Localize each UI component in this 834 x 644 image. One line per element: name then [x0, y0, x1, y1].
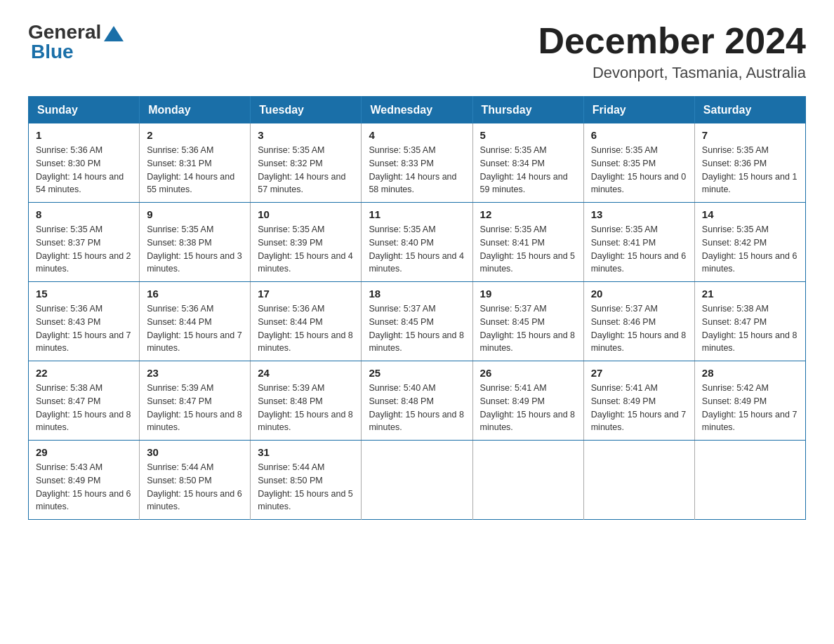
day-info: Sunrise: 5:35 AMSunset: 8:35 PMDaylight:…: [591, 145, 687, 194]
week-row-1: 1 Sunrise: 5:36 AMSunset: 8:30 PMDayligh…: [29, 123, 806, 203]
day-number: 10: [258, 208, 354, 220]
calendar-cell: 6 Sunrise: 5:35 AMSunset: 8:35 PMDayligh…: [583, 123, 694, 203]
day-number: 31: [258, 446, 354, 458]
day-number: 17: [258, 288, 354, 300]
calendar-cell: 24 Sunrise: 5:39 AMSunset: 8:48 PMDaylig…: [251, 361, 362, 441]
day-info: Sunrise: 5:35 AMSunset: 8:36 PMDaylight:…: [702, 145, 797, 194]
day-number: 20: [591, 288, 687, 300]
calendar-cell: 25 Sunrise: 5:40 AMSunset: 8:48 PMDaylig…: [362, 361, 472, 441]
weekday-header-thursday: Thursday: [472, 97, 583, 124]
day-info: Sunrise: 5:36 AMSunset: 8:44 PMDaylight:…: [147, 304, 242, 353]
day-info: Sunrise: 5:35 AMSunset: 8:38 PMDaylight:…: [147, 224, 242, 274]
calendar-cell: 31 Sunrise: 5:44 AMSunset: 8:50 PMDaylig…: [251, 441, 362, 520]
day-number: 30: [147, 446, 243, 458]
calendar-cell: 18 Sunrise: 5:37 AMSunset: 8:45 PMDaylig…: [362, 282, 472, 361]
day-number: 6: [591, 129, 687, 141]
day-info: Sunrise: 5:35 AMSunset: 8:39 PMDaylight:…: [258, 224, 353, 274]
calendar-cell: 15 Sunrise: 5:36 AMSunset: 8:43 PMDaylig…: [29, 282, 140, 361]
day-number: 8: [36, 208, 132, 220]
day-info: Sunrise: 5:37 AMSunset: 8:45 PMDaylight:…: [369, 304, 464, 353]
day-info: Sunrise: 5:41 AMSunset: 8:49 PMDaylight:…: [591, 383, 687, 432]
week-row-3: 15 Sunrise: 5:36 AMSunset: 8:43 PMDaylig…: [29, 282, 806, 361]
calendar-cell: [472, 441, 583, 520]
calendar-cell: 27 Sunrise: 5:41 AMSunset: 8:49 PMDaylig…: [583, 361, 694, 441]
day-info: Sunrise: 5:35 AMSunset: 8:42 PMDaylight:…: [702, 224, 797, 274]
day-number: 26: [480, 367, 576, 379]
calendar-cell: 26 Sunrise: 5:41 AMSunset: 8:49 PMDaylig…: [472, 361, 583, 441]
day-number: 1: [36, 129, 132, 141]
weekday-header-friday: Friday: [583, 97, 694, 124]
day-info: Sunrise: 5:35 AMSunset: 8:37 PMDaylight:…: [36, 224, 131, 274]
calendar-cell: 13 Sunrise: 5:35 AMSunset: 8:41 PMDaylig…: [583, 203, 694, 282]
day-info: Sunrise: 5:37 AMSunset: 8:46 PMDaylight:…: [591, 304, 687, 353]
calendar-cell: [362, 441, 472, 520]
day-info: Sunrise: 5:36 AMSunset: 8:43 PMDaylight:…: [36, 304, 131, 353]
day-info: Sunrise: 5:35 AMSunset: 8:32 PMDaylight:…: [258, 145, 345, 194]
calendar-cell: [694, 441, 805, 520]
day-number: 7: [702, 129, 798, 141]
day-info: Sunrise: 5:44 AMSunset: 8:50 PMDaylight:…: [258, 462, 353, 511]
day-info: Sunrise: 5:36 AMSunset: 8:30 PMDaylight:…: [36, 145, 124, 194]
day-number: 3: [258, 129, 354, 141]
day-number: 16: [147, 288, 243, 300]
day-info: Sunrise: 5:36 AMSunset: 8:31 PMDaylight:…: [147, 145, 234, 194]
day-info: Sunrise: 5:39 AMSunset: 8:47 PMDaylight:…: [147, 383, 242, 432]
calendar-cell: 20 Sunrise: 5:37 AMSunset: 8:46 PMDaylig…: [583, 282, 694, 361]
calendar-cell: 11 Sunrise: 5:35 AMSunset: 8:40 PMDaylig…: [362, 203, 472, 282]
day-number: 4: [369, 129, 465, 141]
calendar-cell: 21 Sunrise: 5:38 AMSunset: 8:47 PMDaylig…: [694, 282, 805, 361]
day-number: 5: [480, 129, 576, 141]
day-number: 11: [369, 208, 465, 220]
day-number: 18: [369, 288, 465, 300]
day-info: Sunrise: 5:36 AMSunset: 8:44 PMDaylight:…: [258, 304, 353, 353]
title-area: December 2024 Devonport, Tasmania, Austr…: [538, 21, 806, 82]
calendar-cell: 1 Sunrise: 5:36 AMSunset: 8:30 PMDayligh…: [29, 123, 140, 203]
day-number: 25: [369, 367, 465, 379]
day-info: Sunrise: 5:38 AMSunset: 8:47 PMDaylight:…: [702, 304, 797, 353]
calendar-cell: 17 Sunrise: 5:36 AMSunset: 8:44 PMDaylig…: [251, 282, 362, 361]
calendar-cell: 22 Sunrise: 5:38 AMSunset: 8:47 PMDaylig…: [29, 361, 140, 441]
weekday-header-row: SundayMondayTuesdayWednesdayThursdayFrid…: [29, 97, 806, 124]
calendar-cell: 9 Sunrise: 5:35 AMSunset: 8:38 PMDayligh…: [140, 203, 251, 282]
weekday-header-saturday: Saturday: [694, 97, 805, 124]
calendar-cell: 10 Sunrise: 5:35 AMSunset: 8:39 PMDaylig…: [251, 203, 362, 282]
calendar-table: SundayMondayTuesdayWednesdayThursdayFrid…: [28, 96, 806, 520]
calendar-cell: 12 Sunrise: 5:35 AMSunset: 8:41 PMDaylig…: [472, 203, 583, 282]
day-number: 9: [147, 208, 243, 220]
calendar-cell: 2 Sunrise: 5:36 AMSunset: 8:31 PMDayligh…: [140, 123, 251, 203]
day-info: Sunrise: 5:35 AMSunset: 8:34 PMDaylight:…: [480, 145, 568, 194]
day-info: Sunrise: 5:39 AMSunset: 8:48 PMDaylight:…: [258, 383, 353, 432]
calendar-cell: 8 Sunrise: 5:35 AMSunset: 8:37 PMDayligh…: [29, 203, 140, 282]
day-number: 24: [258, 367, 354, 379]
calendar-cell: [583, 441, 694, 520]
day-info: Sunrise: 5:35 AMSunset: 8:41 PMDaylight:…: [591, 224, 687, 274]
week-row-2: 8 Sunrise: 5:35 AMSunset: 8:37 PMDayligh…: [29, 203, 806, 282]
calendar-cell: 28 Sunrise: 5:42 AMSunset: 8:49 PMDaylig…: [694, 361, 805, 441]
day-info: Sunrise: 5:37 AMSunset: 8:45 PMDaylight:…: [480, 304, 576, 353]
weekday-header-sunday: Sunday: [29, 97, 140, 124]
calendar-cell: 5 Sunrise: 5:35 AMSunset: 8:34 PMDayligh…: [472, 123, 583, 203]
day-number: 14: [702, 208, 798, 220]
day-info: Sunrise: 5:38 AMSunset: 8:47 PMDaylight:…: [36, 383, 131, 432]
calendar-cell: 19 Sunrise: 5:37 AMSunset: 8:45 PMDaylig…: [472, 282, 583, 361]
logo-triangle-icon: [104, 26, 124, 41]
weekday-header-tuesday: Tuesday: [251, 97, 362, 124]
page-header: General Blue December 2024 Devonport, Ta…: [28, 21, 806, 82]
month-title: December 2024: [538, 21, 806, 61]
day-info: Sunrise: 5:40 AMSunset: 8:48 PMDaylight:…: [369, 383, 464, 432]
day-number: 13: [591, 208, 687, 220]
day-number: 19: [480, 288, 576, 300]
calendar-cell: 30 Sunrise: 5:44 AMSunset: 8:50 PMDaylig…: [140, 441, 251, 520]
week-row-4: 22 Sunrise: 5:38 AMSunset: 8:47 PMDaylig…: [29, 361, 806, 441]
day-number: 29: [36, 446, 132, 458]
calendar-cell: 7 Sunrise: 5:35 AMSunset: 8:36 PMDayligh…: [694, 123, 805, 203]
calendar-cell: 3 Sunrise: 5:35 AMSunset: 8:32 PMDayligh…: [251, 123, 362, 203]
day-number: 2: [147, 129, 243, 141]
day-number: 12: [480, 208, 576, 220]
day-number: 23: [147, 367, 243, 379]
calendar-cell: 14 Sunrise: 5:35 AMSunset: 8:42 PMDaylig…: [694, 203, 805, 282]
day-info: Sunrise: 5:42 AMSunset: 8:49 PMDaylight:…: [702, 383, 797, 432]
day-number: 21: [702, 288, 798, 300]
day-info: Sunrise: 5:35 AMSunset: 8:41 PMDaylight:…: [480, 224, 576, 274]
calendar-cell: 16 Sunrise: 5:36 AMSunset: 8:44 PMDaylig…: [140, 282, 251, 361]
